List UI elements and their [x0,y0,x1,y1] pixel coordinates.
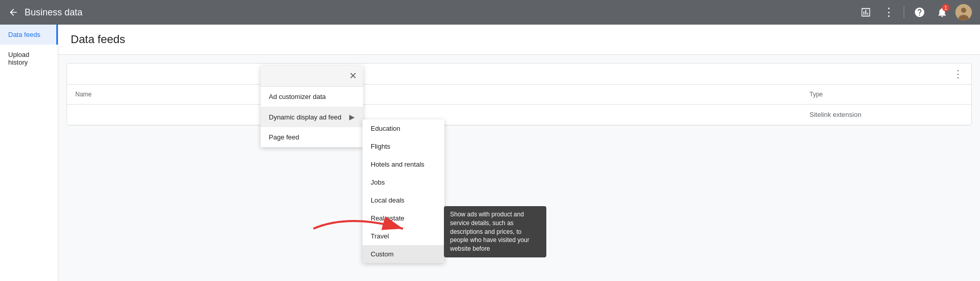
menu-level1[interactable]: ✕ Ad customizer data Dynamic display ad … [261,66,363,147]
submenu-chevron: ▶ [349,113,355,121]
menu-item-real-estate[interactable]: Real estate [363,209,444,227]
sidebar: Data feeds Upload history [0,25,58,281]
page-title: Data feeds [71,33,968,46]
page-header: Data feeds [58,25,980,55]
header-icons: ⋮ 1 [857,3,972,22]
main-content: Data feeds ⋮ Name Type Sitelink extensio… [58,25,980,281]
main-layout: Data feeds Upload history Data feeds ⋮ N… [0,25,980,281]
col-name-header: Name [75,91,809,98]
notifications-button[interactable]: 1 [933,3,951,22]
back-button[interactable] [8,7,18,17]
menu-item-flights[interactable]: Flights [363,137,444,155]
tooltip: Show ads with product and service detail… [444,206,546,257]
chart-icon[interactable] [857,3,875,22]
menu-item-jobs[interactable]: Jobs [363,173,444,191]
menu-header: ✕ [261,66,363,87]
sidebar-item-data-feeds[interactable]: Data feeds [0,25,58,45]
menu-item-hotels-rentals[interactable]: Hotels and rentals [363,155,444,173]
menu-level2[interactable]: Education Flights Hotels and rentals Job… [363,119,444,263]
menu-item-ad-customizer[interactable]: Ad customizer data [261,87,363,107]
more-icon[interactable]: ⋮ [879,3,898,22]
menu-item-local-deals[interactable]: Local deals [363,191,444,209]
notification-badge: 1 [942,4,949,11]
cell-type: Sitelink extension [809,111,963,118]
sidebar-item-upload-history[interactable]: Upload history [0,45,58,72]
help-icon[interactable] [910,3,929,22]
menu-item-dynamic-display[interactable]: Dynamic display ad feed ▶ [261,107,363,127]
table-header: Name Type [67,85,971,105]
svg-point-1 [961,8,966,13]
top-header: Business data ⋮ 1 [0,0,980,25]
menu-close-button[interactable]: ✕ [347,70,359,82]
data-feeds-table: ⋮ Name Type Sitelink extension [67,63,972,126]
menu-item-page-feed[interactable]: Page feed [261,127,363,147]
table-toolbar: ⋮ [67,64,971,85]
table-row: Sitelink extension [67,105,971,125]
table-more-icon[interactable]: ⋮ [953,68,963,80]
menu-item-travel[interactable]: Travel [363,227,444,245]
header-divider [904,6,904,18]
app-title: Business data [25,7,857,18]
menu-item-custom[interactable]: Custom [363,245,444,263]
menu-item-education[interactable]: Education [363,119,444,137]
avatar[interactable] [955,4,972,21]
col-type-header: Type [809,91,963,98]
